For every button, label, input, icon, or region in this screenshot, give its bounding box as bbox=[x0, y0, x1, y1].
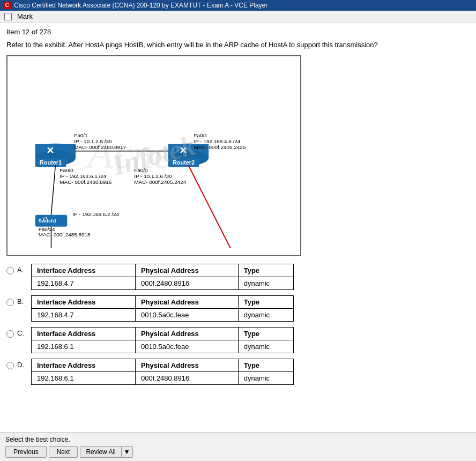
option-c-table: Interface Address Physical Address Type … bbox=[31, 327, 294, 353]
option-b-radio[interactable] bbox=[6, 299, 14, 306]
svg-text:IP - 192.168.4.6 /24: IP - 192.168.4.6 /24 bbox=[194, 138, 240, 144]
option-c-row: C. Interface Address Physical Address Ty… bbox=[6, 327, 470, 353]
mark-label: Mark bbox=[17, 12, 33, 20]
option-d-table: Interface Address Physical Address Type … bbox=[31, 359, 294, 385]
cell-physical-c: 0010.5a0c.feae bbox=[135, 340, 238, 353]
switch1-group: Switch1 ⇄ IP - 192.168.6.2 /24 Fa0/24 MA… bbox=[35, 211, 120, 238]
network-diagram: Acne ✕ Router1 Fa0/1 IP - 10.1.2.5 /30 M… bbox=[13, 62, 295, 248]
header-type-d: Type bbox=[238, 359, 293, 371]
table-row: 192.168.4.7 000f.2480.8916 dynamic bbox=[32, 277, 294, 289]
cell-type-d: dynamic bbox=[238, 371, 293, 384]
header-interface-c: Interface Address bbox=[32, 327, 136, 340]
option-d-row: D. Interface Address Physical Address Ty… bbox=[6, 359, 470, 385]
svg-text:MAC- 000f.2480.8916: MAC- 000f.2480.8916 bbox=[59, 179, 111, 185]
option-b-table: Interface Address Physical Address Type … bbox=[31, 295, 294, 322]
header-interface-d: Interface Address bbox=[32, 359, 136, 371]
svg-text:MAC- 000f.2485.8918: MAC- 000f.2485.8918 bbox=[39, 232, 91, 238]
cell-type-b: dynamic bbox=[238, 308, 293, 321]
option-a-radio[interactable] bbox=[6, 267, 14, 274]
svg-text:Fa0/1: Fa0/1 bbox=[74, 132, 88, 138]
option-b-row: B. Interface Address Physical Address Ty… bbox=[6, 295, 470, 322]
header-interface-a: Interface Address bbox=[32, 264, 136, 277]
svg-text:✕: ✕ bbox=[46, 145, 54, 156]
table-row: 192.168.4.7 0010.5a0c.feae dynamic bbox=[32, 308, 294, 321]
cell-interface-d: 192.168.6.1 bbox=[32, 371, 136, 384]
cell-type-c: dynamic bbox=[238, 340, 293, 353]
option-d-label: D. bbox=[17, 361, 28, 369]
svg-text:Fa0/1: Fa0/1 bbox=[194, 132, 207, 138]
option-a-row: A. Interface Address Physical Address Ty… bbox=[6, 264, 470, 290]
option-a-table: Interface Address Physical Address Type … bbox=[31, 264, 294, 290]
svg-text:Acne: Acne bbox=[85, 130, 173, 177]
header-interface-b: Interface Address bbox=[32, 295, 136, 308]
svg-text:Router1: Router1 bbox=[40, 159, 62, 166]
svg-text:IP - 192.168.6.1 /24: IP - 192.168.6.1 /24 bbox=[59, 174, 106, 180]
svg-text:Fa0/0: Fa0/0 bbox=[59, 168, 73, 174]
svg-text:IP - 10.1.2.6 /30: IP - 10.1.2.6 /30 bbox=[134, 174, 172, 180]
svg-text:Fa0/24: Fa0/24 bbox=[39, 226, 55, 232]
cell-physical-d: 000f.2480.8916 bbox=[135, 371, 238, 384]
cell-interface-b: 192.168.4.7 bbox=[32, 308, 136, 321]
option-d-radio[interactable] bbox=[6, 362, 14, 369]
svg-text:MAC- 000f.2405.2425: MAC- 000f.2405.2425 bbox=[194, 144, 246, 150]
header-type-b: Type bbox=[238, 295, 293, 308]
title-bar: C Cisco Certified Network Associate (CCN… bbox=[0, 0, 476, 11]
svg-text:IP - 10.1.2.5 /30: IP - 10.1.2.5 /30 bbox=[74, 138, 112, 144]
option-b-label: B. bbox=[17, 298, 28, 306]
cell-physical-a: 000f.2480.8916 bbox=[135, 277, 238, 289]
svg-text:MAC- 000f.2480.8917: MAC- 000f.2480.8917 bbox=[74, 144, 126, 150]
answer-options: A. Interface Address Physical Address Ty… bbox=[6, 264, 470, 385]
table-row: 192.168.6.1 0010.5a0c.feae dynamic bbox=[32, 340, 294, 353]
option-c-label: C. bbox=[17, 329, 28, 337]
cell-interface-a: 192.168.4.7 bbox=[32, 277, 136, 289]
content-area: Item 12 of 278 Refer to the exhibit. Aft… bbox=[0, 23, 476, 428]
option-a-label: A. bbox=[17, 266, 28, 274]
svg-text:Router2: Router2 bbox=[173, 159, 195, 166]
svg-text:Switch1: Switch1 bbox=[39, 218, 57, 224]
cell-interface-c: 192.168.6.1 bbox=[32, 340, 136, 353]
title-text: Cisco Certified Network Associate (CCNA)… bbox=[14, 2, 267, 9]
item-counter: Item 12 of 278 bbox=[6, 28, 470, 36]
app-icon: C bbox=[3, 2, 11, 9]
mark-checkbox[interactable] bbox=[4, 13, 12, 20]
svg-text:IP - 192.168.6.2 /24: IP - 192.168.6.2 /24 bbox=[72, 211, 119, 217]
svg-line-32 bbox=[51, 166, 55, 215]
header-type-a: Type bbox=[238, 264, 293, 277]
cell-physical-b: 0010.5a0c.feae bbox=[135, 308, 238, 321]
exhibit-box: Infotek Acne ✕ Router1 Fa0/1 IP - 10.1.2… bbox=[6, 55, 301, 256]
header-physical-b: Physical Address bbox=[135, 295, 238, 308]
cell-type-a: dynamic bbox=[238, 277, 293, 289]
header-physical-c: Physical Address bbox=[135, 327, 238, 340]
svg-text:MAC- 000f.2405.2424: MAC- 000f.2405.2424 bbox=[134, 179, 186, 185]
option-c-radio[interactable] bbox=[6, 330, 14, 338]
question-text: Refer to the exhibit. After HostA pings … bbox=[6, 40, 470, 50]
svg-text:⇄: ⇄ bbox=[43, 215, 47, 221]
svg-text:Fa0/0: Fa0/0 bbox=[134, 168, 148, 174]
header-type-c: Type bbox=[238, 327, 293, 340]
header-physical-d: Physical Address bbox=[135, 359, 238, 371]
svg-line-50 bbox=[189, 166, 241, 248]
svg-text:✕: ✕ bbox=[179, 145, 187, 156]
menu-bar: Mark bbox=[0, 11, 476, 23]
header-physical-a: Physical Address bbox=[135, 264, 238, 277]
table-row: 192.168.6.1 000f.2480.8916 dynamic bbox=[32, 371, 294, 384]
